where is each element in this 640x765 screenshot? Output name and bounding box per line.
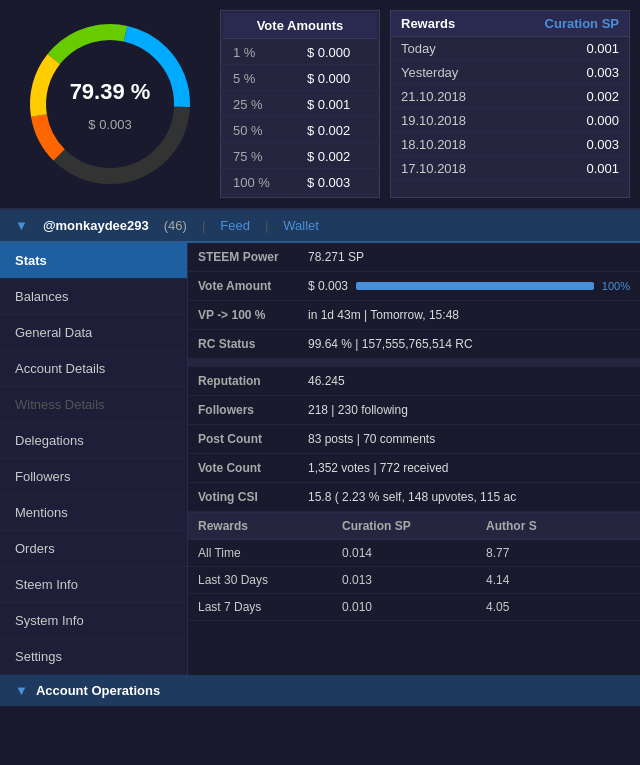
wallet-link[interactable]: Wallet: [283, 218, 319, 233]
vp-value: in 1d 43m | Tomorrow, 15:48: [308, 308, 630, 322]
sidebar-item-mentions[interactable]: Mentions: [0, 495, 187, 531]
vote-row-5: 75 % $ 0.002: [223, 145, 377, 169]
sidebar-item-witness-details: Witness Details: [0, 387, 187, 423]
rewards-date-1: Yesterday: [391, 61, 569, 84]
vote-amount-1: $ 0.000: [297, 41, 377, 65]
vote-count-value: 1,352 votes | 772 received: [308, 461, 630, 475]
sidebar-item-general-data[interactable]: General Data: [0, 315, 187, 351]
vote-amount-value: $ 0.003 100%: [308, 279, 630, 293]
sidebar-item-system-info[interactable]: System Info: [0, 603, 187, 639]
rewards-curation-1: 0.013: [342, 573, 486, 587]
svg-point-4: [20, 14, 200, 194]
vote-count-label: Vote Count: [198, 461, 308, 475]
rewards-period-1: Last 30 Days: [198, 573, 342, 587]
sidebar-item-followers[interactable]: Followers: [0, 459, 187, 495]
vote-pct-6: 100 %: [223, 171, 295, 195]
vote-row-2: 5 % $ 0.000: [223, 67, 377, 91]
username-label: @monkaydee293: [43, 218, 149, 233]
stats-row-rc: RC Status 99.64 % | 157,555,765,514 RC: [188, 330, 640, 359]
sidebar-item-account-details[interactable]: Account Details: [0, 351, 187, 387]
sidebar: Stats Balances General Data Account Deta…: [0, 243, 188, 675]
rewards-curation-2: 0.010: [342, 600, 486, 614]
rc-value: 99.64 % | 157,555,765,514 RC: [308, 337, 630, 351]
vote-amount-6: $ 0.003: [297, 171, 377, 195]
post-count-label: Post Count: [198, 432, 308, 446]
rewards-bottom-table: Rewards Curation SP Author S All Time 0.…: [188, 513, 640, 621]
sidebar-item-orders[interactable]: Orders: [0, 531, 187, 567]
feed-link[interactable]: Feed: [220, 218, 250, 233]
rewards-curation-0: 0.014: [342, 546, 486, 560]
voting-csi-value: 15.8 ( 2.23 % self, 148 upvotes, 115 ac: [308, 490, 528, 504]
vote-amount-5: $ 0.002: [297, 145, 377, 169]
stats-row-reputation: Reputation 46.245: [188, 367, 640, 396]
rewards-period-2: Last 7 Days: [198, 600, 342, 614]
curation-sp-header-label: Curation SP: [535, 11, 629, 36]
stats-divider-1: [188, 359, 640, 367]
stats-row-vp: VP -> 100 % in 1d 43m | Tomorrow, 15:48: [188, 301, 640, 330]
vote-amount-label: Vote Amount: [198, 279, 308, 293]
rewards-date-2: 21.10.2018: [391, 85, 569, 108]
rewards-author-2: 4.05: [486, 600, 630, 614]
top-section: 79.39 % $ 0.003 Vote Amounts 1 % $ 0.000…: [0, 0, 640, 210]
vote-amount-4: $ 0.002: [297, 119, 377, 143]
account-ops-label: Account Operations: [36, 683, 160, 698]
gauge-value-text: $ 0.003: [88, 117, 131, 132]
sidebar-item-stats[interactable]: Stats: [0, 243, 187, 279]
followers-value: 218 | 230 following: [308, 403, 630, 417]
vote-amount-3: $ 0.001: [297, 93, 377, 117]
rewards-row-0: Today 0.001: [391, 37, 629, 61]
rewards-bottom-header-0: Rewards: [198, 519, 342, 533]
main-content: Stats Balances General Data Account Deta…: [0, 243, 640, 675]
rewards-header-label: Rewards: [391, 11, 535, 36]
rewards-bottom-header: Rewards Curation SP Author S: [188, 513, 640, 540]
rewards-author-1: 4.14: [486, 573, 630, 587]
rep-label: (46): [164, 218, 187, 233]
vote-pct-4: 50 %: [223, 119, 295, 143]
stats-row-steem-power: STEEM Power 78.271 SP: [188, 243, 640, 272]
rewards-top-header: Rewards Curation SP: [391, 11, 629, 37]
reputation-value: 46.245: [308, 374, 630, 388]
rewards-val-0: 0.001: [569, 37, 629, 60]
rewards-val-4: 0.003: [569, 133, 629, 156]
vote-amount-bar-container: $ 0.003 100%: [308, 279, 630, 293]
sidebar-item-delegations[interactable]: Delegations: [0, 423, 187, 459]
separator-2: |: [265, 218, 268, 233]
rewards-bottom-row-1: Last 30 Days 0.013 4.14: [188, 567, 640, 594]
steem-power-label: STEEM Power: [198, 250, 308, 264]
reputation-label: Reputation: [198, 374, 308, 388]
rewards-author-0: 8.77: [486, 546, 630, 560]
sidebar-item-steem-info[interactable]: Steem Info: [0, 567, 187, 603]
rewards-bottom-row-0: All Time 0.014 8.77: [188, 540, 640, 567]
rewards-row-2: 21.10.2018 0.002: [391, 85, 629, 109]
gauge-container: 79.39 % $ 0.003: [10, 10, 210, 198]
stats-row-voting-csi: Voting CSI 15.8 ( 2.23 % self, 148 upvot…: [188, 483, 640, 512]
vote-pct-1: 1 %: [223, 41, 295, 65]
sidebar-item-balances[interactable]: Balances: [0, 279, 187, 315]
account-ops-bar[interactable]: ▼ Account Operations: [0, 675, 640, 706]
post-count-value: 83 posts | 70 comments: [308, 432, 630, 446]
rewards-date-0: Today: [391, 37, 569, 60]
rewards-val-5: 0.001: [569, 157, 629, 180]
vote-amounts-header: Vote Amounts: [223, 13, 377, 39]
rc-label: RC Status: [198, 337, 308, 351]
rewards-bottom-header-2: Author S: [486, 519, 630, 533]
rewards-period-0: All Time: [198, 546, 342, 560]
stats-row-followers: Followers 218 | 230 following: [188, 396, 640, 425]
stats-row-vote-count: Vote Count 1,352 votes | 772 received: [188, 454, 640, 483]
vp-label: VP -> 100 %: [198, 308, 308, 322]
rewards-date-5: 17.10.2018: [391, 157, 569, 180]
steem-power-value: 78.271 SP: [308, 250, 630, 264]
vote-amount-progress-bar: [356, 282, 594, 290]
account-icon: ▼: [15, 218, 28, 233]
rewards-row-4: 18.10.2018 0.003: [391, 133, 629, 157]
sidebar-item-settings[interactable]: Settings: [0, 639, 187, 675]
vote-row-4: 50 % $ 0.002: [223, 119, 377, 143]
svg-point-2: [20, 14, 200, 194]
stats-row-vote-amount: Vote Amount $ 0.003 100%: [188, 272, 640, 301]
vote-row-3: 25 % $ 0.001: [223, 93, 377, 117]
rewards-val-2: 0.002: [569, 85, 629, 108]
svg-point-1: [20, 14, 200, 194]
stats-row-post-count: Post Count 83 posts | 70 comments: [188, 425, 640, 454]
vote-amount-2: $ 0.000: [297, 67, 377, 91]
rewards-bottom-row-2: Last 7 Days 0.010 4.05: [188, 594, 640, 621]
